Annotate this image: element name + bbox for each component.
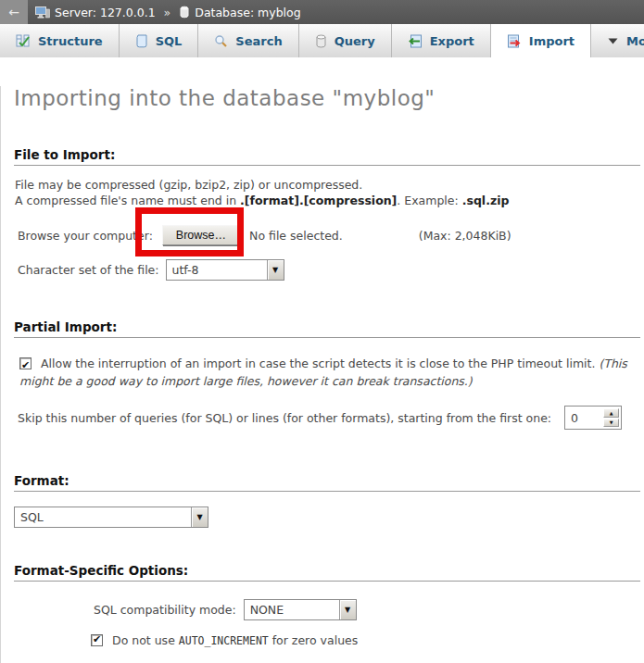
sql-icon: [135, 34, 148, 48]
breadcrumb-server[interactable]: Server: 127.0.0.1: [55, 6, 156, 19]
browse-row: Browse your computer: Browse… No file se…: [18, 223, 644, 247]
sql-zip-example: .sql.zip: [462, 194, 510, 207]
sql-compatibility-label: SQL compatibility mode:: [94, 603, 236, 617]
search-icon: [214, 34, 228, 48]
charset-selected-value: utf-8: [167, 260, 267, 280]
tab-export[interactable]: Export: [392, 24, 491, 57]
tab-search[interactable]: Search: [198, 24, 298, 57]
sql-compatibility-select[interactable]: NONE ▼: [244, 599, 357, 620]
auto-increment-code: AUTO_INCREMENT: [179, 634, 269, 647]
tab-label: SQL: [156, 34, 183, 48]
main-content: Importing into the database "myblog" Fil…: [0, 86, 644, 663]
tab-label: Import: [529, 34, 575, 48]
spinner-arrows: ▲ ▼: [603, 408, 619, 427]
section-heading-file-to-import: File to Import:: [14, 147, 640, 166]
sql-compatibility-row: SQL compatibility mode: NONE ▼: [94, 598, 644, 620]
compression-note: File may be compressed (gzip, bzip2, zip…: [15, 177, 626, 208]
browse-button[interactable]: Browse…: [162, 225, 240, 245]
tab-label: Export: [430, 34, 474, 48]
allow-interruption-text: Allow the interruption of an import in c…: [41, 357, 599, 370]
no-file-selected-text: No file selected.: [249, 229, 343, 243]
browse-label: Browse your computer:: [18, 229, 153, 243]
breadcrumb-database[interactable]: Database: myblog: [195, 6, 300, 19]
charset-select[interactable]: utf-8 ▼: [166, 259, 284, 281]
tab-label: Structure: [38, 34, 103, 48]
page-title: Importing into the database "myblog": [14, 86, 644, 110]
spinner-up-button[interactable]: ▲: [603, 408, 619, 418]
breadcrumb-bar: ← Server: 127.0.0.1 » Database: myblog: [0, 0, 644, 24]
allow-interruption-checkbox[interactable]: [19, 357, 32, 369]
auto-increment-prefix: Do not use: [112, 633, 179, 647]
section-heading-format: Format:: [14, 473, 640, 492]
import-icon: [507, 34, 522, 48]
tab-more[interactable]: More: [591, 24, 644, 57]
tab-label: Query: [335, 34, 375, 48]
max-size-text: (Max: 2,048KiB): [419, 229, 511, 243]
auto-increment-row: Do not use AUTO_INCREMENT for zero value…: [91, 632, 644, 648]
tab-sql[interactable]: SQL: [120, 24, 199, 57]
compression-note-line2-mid: . Example:: [397, 194, 461, 207]
tab-structure[interactable]: Structure: [0, 24, 120, 57]
skip-queries-row: Skip this number of queries (for SQL) or…: [18, 405, 644, 431]
server-icon: [35, 6, 50, 19]
tab-bar: Structure SQL Search Query Export Import: [0, 24, 644, 58]
breadcrumb: Server: 127.0.0.1 » Database: myblog: [35, 6, 301, 19]
auto-increment-checkbox[interactable]: [91, 634, 103, 646]
tab-query[interactable]: Query: [299, 24, 392, 57]
charset-row: Character set of the file: utf-8 ▼: [18, 258, 644, 281]
format-selected-value: SQL: [15, 507, 191, 527]
breadcrumb-separator: »: [164, 6, 171, 19]
dropdown-arrow-icon: ▼: [267, 260, 284, 280]
tab-label: Search: [235, 34, 282, 48]
tab-label: More: [626, 34, 644, 48]
database-icon: [179, 6, 190, 19]
skip-queries-input[interactable]: 0 ▲ ▼: [564, 406, 622, 430]
format-select[interactable]: SQL ▼: [14, 507, 208, 528]
dropdown-arrow-icon: ▼: [339, 600, 356, 619]
allow-interruption-row: Allow the interruption of an import in c…: [19, 355, 629, 390]
section-heading-partial-import: Partial Import:: [14, 319, 640, 338]
section-heading-format-specific-options: Format-Specific Options:: [14, 563, 640, 582]
skip-queries-value: 0: [567, 408, 603, 427]
format-compression-pattern: .[format].[compression]: [240, 194, 397, 207]
query-icon: [315, 34, 327, 48]
back-arrow-button[interactable]: ←: [0, 0, 28, 24]
compression-note-line1: File may be compressed (gzip, bzip2, zip…: [15, 178, 362, 192]
dropdown-arrow-icon: ▼: [191, 507, 208, 527]
chevron-down-icon: [607, 37, 619, 45]
auto-increment-text: Do not use AUTO_INCREMENT for zero value…: [112, 633, 358, 647]
compression-note-line2-prefix: A compressed file's name must end in: [15, 194, 240, 207]
auto-increment-suffix: for zero values: [269, 633, 359, 647]
tab-import[interactable]: Import: [491, 24, 591, 57]
skip-queries-label: Skip this number of queries (for SQL) or…: [18, 411, 551, 425]
spinner-down-button[interactable]: ▼: [603, 419, 619, 428]
sql-compatibility-selected-value: NONE: [245, 600, 339, 619]
charset-label: Character set of the file:: [18, 263, 159, 277]
export-icon: [408, 34, 423, 48]
structure-icon: [16, 34, 31, 48]
